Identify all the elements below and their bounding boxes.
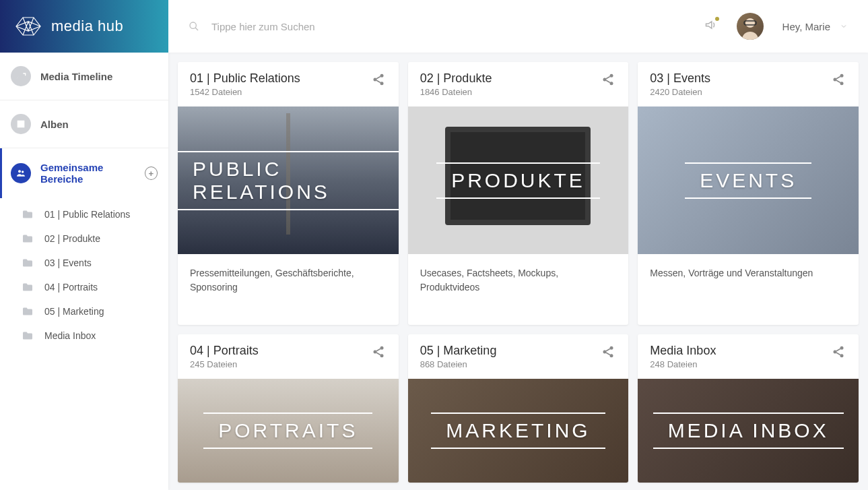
sidebar-item-4[interactable]: 05 | Marketing: [0, 299, 168, 324]
card-title: Media Inbox: [650, 344, 716, 358]
user-menu[interactable]: Hey, Marie: [782, 21, 848, 32]
notification-dot: [715, 17, 719, 21]
share-button[interactable]: [370, 344, 387, 363]
svg-point-7: [380, 82, 383, 85]
brand[interactable]: media hub: [0, 0, 168, 53]
chevron-down-icon: [840, 22, 848, 30]
sidebar-item-label: 03 | Events: [44, 257, 92, 268]
card-file-count: 1542 Dateien: [190, 87, 300, 97]
share-button[interactable]: [370, 71, 387, 90]
svg-point-2: [190, 22, 196, 28]
card-title: 01 | Public Relations: [190, 71, 300, 86]
user-greeting: Hey, Marie: [782, 21, 830, 32]
svg-point-21: [833, 350, 836, 354]
topbar: Hey, Marie: [168, 0, 868, 53]
folder-icon: [22, 210, 34, 219]
logo-icon: [13, 13, 43, 39]
content-area: 01 | Public Relations1542 DateienPUBLIC …: [168, 53, 868, 490]
search-input[interactable]: [211, 21, 481, 32]
svg-point-6: [373, 78, 376, 82]
card-cover: MARKETING: [408, 379, 629, 483]
svg-point-16: [380, 354, 383, 357]
card-overlay-label: PUBLIC RELATIONS: [178, 151, 399, 210]
svg-point-14: [380, 346, 383, 350]
card-cover: PRODUKTE: [408, 106, 629, 254]
card-overlay-label: PORTRAITS: [203, 412, 372, 449]
card-title: 03 | Events: [650, 71, 710, 86]
sidebar-item-label: 02 | Produkte: [44, 233, 100, 244]
svg-point-9: [603, 78, 607, 82]
svg-point-0: [18, 170, 21, 173]
svg-point-8: [610, 74, 613, 78]
svg-point-5: [380, 74, 383, 78]
card-description: Pressemitteilungen, Geschäftsberichte, S…: [178, 254, 399, 325]
svg-point-13: [840, 82, 843, 85]
svg-point-17: [610, 346, 613, 350]
nav-albums-label: Alben: [40, 119, 69, 130]
timeline-icon: [11, 66, 31, 86]
search: [189, 21, 704, 32]
card-overlay-label: MEDIA INBOX: [653, 412, 844, 449]
svg-point-10: [610, 82, 613, 85]
folder-icon: [22, 282, 34, 292]
card-grid: 01 | Public Relations1542 DateienPUBLIC …: [178, 62, 859, 483]
avatar-icon: [737, 13, 764, 40]
svg-point-11: [840, 74, 843, 78]
album-card[interactable]: 04 | Portraits245 DateienPORTRAITS: [178, 334, 399, 483]
sidebar-item-1[interactable]: 02 | Produkte: [0, 226, 168, 251]
card-cover: PORTRAITS: [178, 379, 399, 483]
nav-shared-label: Gemeinsame Bereiche: [40, 162, 145, 185]
sidebar-item-label: 01 | Public Relations: [44, 209, 130, 220]
people-icon: [11, 163, 31, 183]
card-file-count: 2420 Dateien: [650, 87, 710, 97]
card-file-count: 248 Dateien: [650, 359, 716, 369]
card-file-count: 1846 Dateien: [420, 87, 492, 97]
album-card[interactable]: 03 | Events2420 DateienEVENTSMessen, Vor…: [638, 62, 859, 325]
album-card[interactable]: Media Inbox248 DateienMEDIA INBOX: [638, 334, 859, 483]
svg-point-15: [373, 350, 376, 354]
share-button[interactable]: [830, 344, 846, 363]
card-cover: MEDIA INBOX: [638, 379, 859, 483]
folder-icon: [22, 234, 34, 243]
svg-point-12: [833, 78, 836, 82]
nav-timeline-label: Media Timeline: [40, 71, 112, 82]
card-overlay-label: EVENTS: [685, 162, 811, 199]
svg-point-22: [840, 354, 843, 357]
sidebar-item-label: Media Inbox: [44, 330, 96, 341]
card-title: 02 | Produkte: [420, 71, 492, 86]
sidebar-item-2[interactable]: 03 | Events: [0, 251, 168, 275]
card-overlay-label: MARKETING: [431, 412, 605, 449]
sidebar-item-5[interactable]: Media Inbox: [0, 324, 168, 348]
brand-name: media hub: [51, 18, 123, 35]
nav-timeline[interactable]: Media Timeline: [0, 53, 168, 100]
album-card[interactable]: 02 | Produkte1846 DateienPRODUKTEUsecase…: [408, 62, 629, 325]
card-description: Usecases, Factsheets, Mockups, Produktvi…: [408, 254, 629, 325]
svg-point-3: [745, 18, 755, 28]
add-shared-button[interactable]: +: [145, 166, 158, 180]
sidebar-item-label: 05 | Marketing: [44, 306, 104, 317]
folder-icon: [22, 331, 34, 340]
nav-albums[interactable]: Alben: [0, 100, 168, 148]
sidebar-item-0[interactable]: 01 | Public Relations: [0, 202, 168, 226]
share-button[interactable]: [830, 71, 846, 90]
shared-sublist: 01 | Public Relations02 | Produkte03 | E…: [0, 198, 168, 359]
notifications-button[interactable]: [704, 18, 718, 34]
card-file-count: 868 Dateien: [420, 359, 497, 369]
card-cover: EVENTS: [638, 106, 859, 254]
share-button[interactable]: [600, 71, 616, 90]
nav-shared-areas[interactable]: Gemeinsame Bereiche +: [0, 148, 168, 198]
sidebar-item-3[interactable]: 04 | Portraits: [0, 275, 168, 299]
card-title: 04 | Portraits: [190, 344, 259, 358]
card-title: 05 | Marketing: [420, 344, 497, 358]
albums-icon: [11, 114, 31, 134]
svg-point-20: [840, 346, 843, 350]
card-description: Messen, Vorträge und Veranstaltungen: [638, 254, 859, 325]
album-card[interactable]: 05 | Marketing868 DateienMARKETING: [408, 334, 629, 483]
card-overlay-label: PRODUKTE: [436, 162, 600, 199]
search-icon: [189, 21, 199, 32]
album-card[interactable]: 01 | Public Relations1542 DateienPUBLIC …: [178, 62, 399, 325]
card-file-count: 245 Dateien: [190, 359, 259, 369]
share-button[interactable]: [600, 344, 616, 363]
sidebar-item-label: 04 | Portraits: [44, 282, 98, 293]
user-avatar[interactable]: [737, 13, 764, 40]
